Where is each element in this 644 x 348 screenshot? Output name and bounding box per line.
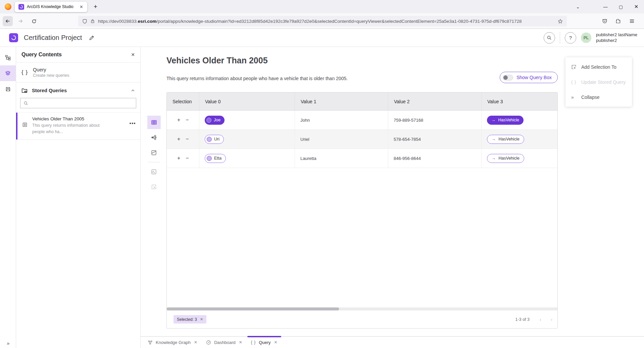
more-options-ellipsis-icon[interactable]: •••	[130, 121, 136, 126]
add-to-selection-button[interactable]: +	[177, 156, 180, 161]
entity-pill[interactable]: Etta	[205, 154, 226, 163]
extensions-puzzle-icon[interactable]	[613, 16, 623, 26]
bookmark-star-icon[interactable]	[558, 19, 563, 24]
table-view-button[interactable]	[147, 116, 161, 129]
column-header[interactable]: Selection	[167, 93, 199, 110]
browser-toolbar: https://dev0028833.esri.com/portal/apps/…	[0, 13, 644, 29]
search-icon	[23, 101, 28, 106]
menu-item-add-selection-to[interactable]: Add Selection To	[565, 59, 632, 74]
left-icon-rail: »	[0, 47, 16, 348]
window-maximize-button[interactable]: ▢	[616, 0, 626, 13]
tab-query[interactable]: { } Query ✕	[247, 337, 282, 348]
new-map-view-button[interactable]	[147, 165, 161, 178]
query-title: Vehicles Older Than 2005	[166, 56, 268, 65]
rail-item-contents[interactable]	[0, 65, 16, 81]
list-tabs-chevron-icon[interactable]: ⌄	[573, 0, 583, 13]
query-item[interactable]: { } Query Create new queries	[16, 63, 140, 82]
tab-dashboard[interactable]: Dashboard ✕	[202, 337, 247, 348]
selection-tool-button[interactable]	[147, 180, 161, 193]
toggle-switch[interactable]	[503, 75, 513, 80]
column-header[interactable]: Value 0	[199, 93, 295, 110]
edit-pencil-icon[interactable]	[89, 35, 95, 41]
expand-rail-chevrons[interactable]: »	[0, 340, 16, 346]
browser-tab-title: ArcGIS Knowledge Studio	[27, 4, 76, 9]
entity-pill[interactable]: Joe	[205, 116, 225, 125]
stored-query-list-item[interactable]: Vehicles Older Than 2005 This query retu…	[16, 112, 140, 140]
table-cell[interactable]: Lauretta	[295, 149, 388, 168]
arrow-right-icon: →	[492, 137, 496, 141]
previous-page-chevron-icon[interactable]: ‹	[540, 316, 541, 322]
user-info[interactable]: publisher2 lastName publisher2	[596, 32, 637, 43]
chip-close-icon[interactable]: ✕	[200, 317, 203, 322]
knowledge-graph-icon	[148, 340, 153, 345]
stored-queries-header[interactable]: Stored Queries	[16, 82, 140, 97]
map-view-button[interactable]	[147, 146, 161, 159]
rail-item-save[interactable]	[0, 81, 16, 97]
add-to-selection-button[interactable]: +	[177, 136, 180, 142]
rail-item-data-model[interactable]	[0, 50, 16, 65]
new-tab-button[interactable]: +	[92, 3, 99, 10]
relationship-pill[interactable]: →HasVehicle	[487, 116, 524, 125]
table-icon	[151, 119, 157, 125]
table-cell[interactable]: 846-956-8644	[388, 149, 482, 168]
column-header[interactable]: Value 3	[482, 93, 557, 110]
layers-icon	[5, 70, 11, 76]
panel-close-icon[interactable]: ✕	[131, 52, 135, 57]
tab-close-icon[interactable]: ✕	[78, 4, 85, 10]
window-close-button[interactable]: ✕	[631, 0, 641, 13]
tracking-shield-icon[interactable]	[82, 19, 87, 24]
chevron-up-icon[interactable]	[131, 89, 135, 93]
relationship-pill[interactable]: →HasVehicle	[487, 154, 524, 163]
tab-knowledge-graph[interactable]: Knowledge Graph ✕	[143, 337, 202, 348]
arrow-right-icon: →	[492, 156, 496, 161]
tool-rail-divider	[148, 162, 160, 162]
window-minimize-button[interactable]: —	[600, 0, 610, 13]
next-page-chevron-icon[interactable]: ›	[551, 316, 552, 322]
menu-item-update-stored-query[interactable]: { } Update Stored Query	[565, 74, 632, 90]
help-button[interactable]: ?	[565, 32, 576, 44]
relationship-pill[interactable]: →HasVehicle	[487, 135, 524, 144]
remove-from-selection-button[interactable]: −	[186, 136, 189, 142]
tab-close-icon[interactable]: ✕	[274, 340, 278, 345]
table-cell[interactable]: 578-654-7854	[388, 130, 482, 149]
forward-button[interactable]	[15, 16, 26, 26]
hierarchy-icon	[5, 55, 11, 60]
pocket-save-icon[interactable]	[600, 16, 610, 26]
lock-icon[interactable]	[90, 19, 95, 23]
horizontal-scrollbar-thumb[interactable]	[167, 307, 339, 310]
remove-from-selection-button[interactable]: −	[186, 117, 189, 123]
menu-hamburger-icon[interactable]	[627, 16, 637, 26]
entity-pill[interactable]: Uri	[205, 135, 224, 144]
horizontal-scrollbar[interactable]	[167, 307, 557, 310]
show-query-box-toggle[interactable]: Show Query Box	[500, 72, 558, 83]
remove-from-selection-button[interactable]: −	[186, 156, 189, 161]
user-avatar[interactable]: PL	[581, 33, 591, 43]
back-button[interactable]	[3, 16, 13, 26]
search-input[interactable]	[31, 101, 133, 106]
address-bar[interactable]: https://dev0028833.esri.com/portal/apps/…	[78, 16, 567, 26]
selected-count-chip[interactable]: Selected: 3 ✕	[174, 315, 206, 324]
url-text: https://dev0028833.esri.com/portal/apps/…	[98, 19, 555, 24]
tab-close-icon[interactable]: ✕	[239, 340, 242, 345]
add-to-selection-button[interactable]: +	[177, 117, 180, 123]
menu-item-collapse[interactable]: » Collapse	[565, 90, 632, 105]
column-header[interactable]: Value 1	[295, 93, 388, 110]
table-cell[interactable]: Uriel	[295, 130, 388, 149]
stored-query-description: This query returns information about peo…	[32, 122, 101, 135]
tab-close-icon[interactable]: ✕	[194, 340, 197, 345]
table-cell[interactable]: John	[295, 111, 388, 129]
new-map-icon	[151, 169, 157, 175]
reload-button[interactable]	[29, 16, 39, 26]
query-viewer: Vehicles Older Than 2005 This query retu…	[141, 47, 644, 336]
link-chart-view-button[interactable]	[147, 131, 161, 144]
firefox-view-button[interactable]	[3, 2, 13, 11]
table-cell[interactable]: 759-889-57168	[388, 111, 482, 129]
save-icon	[5, 86, 11, 92]
selected-count-label: Selected: 3	[177, 317, 197, 322]
map-icon	[151, 150, 157, 156]
column-header[interactable]: Value 2	[388, 93, 482, 110]
browser-tab[interactable]: ArcGIS Knowledge Studio ✕	[15, 2, 87, 12]
stored-queries-searchbox[interactable]	[20, 98, 136, 108]
search-button[interactable]	[544, 32, 555, 44]
braces-icon: { }	[571, 79, 577, 84]
